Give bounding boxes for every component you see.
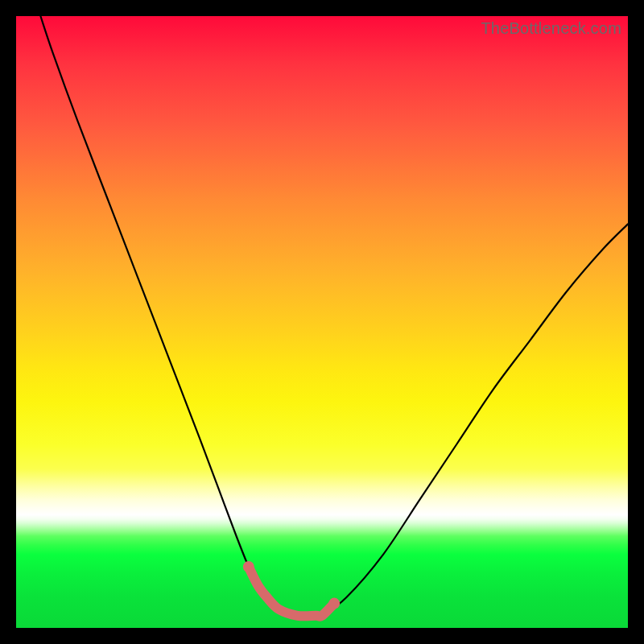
chart-svg <box>16 16 628 628</box>
bottleneck-curve <box>40 16 628 617</box>
plot-frame: TheBottleneck.com <box>16 16 628 628</box>
highlight-dot <box>328 598 340 609</box>
watermark-text: TheBottleneck.com <box>481 19 621 38</box>
highlight-segment <box>249 567 334 617</box>
highlight-dot <box>243 561 254 572</box>
